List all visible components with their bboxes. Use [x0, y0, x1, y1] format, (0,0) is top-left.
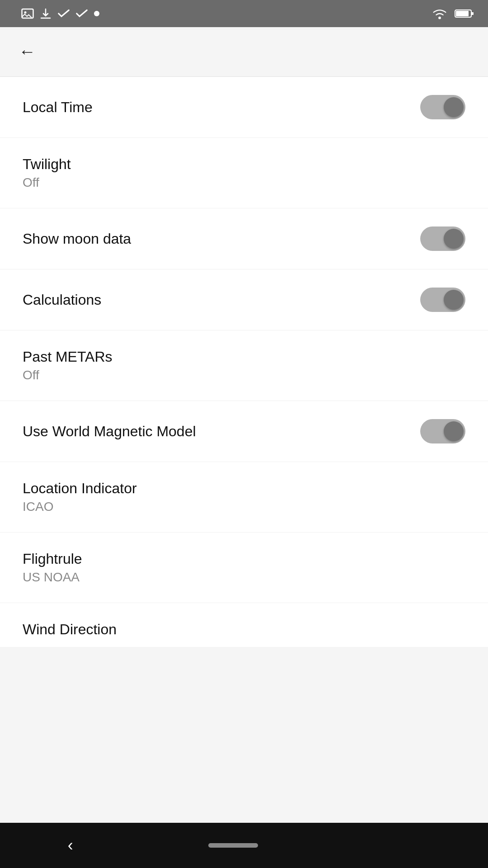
setting-item-past-metars[interactable]: Past METARsOff — [0, 330, 488, 401]
setting-item-wind-direction[interactable]: Wind Direction — [0, 603, 488, 647]
svg-point-1 — [24, 11, 27, 14]
setting-label-twilight: Twilight — [23, 156, 71, 173]
toggle-thumb-show-moon-data — [444, 229, 464, 249]
setting-label-use-world-magnetic-model: Use World Magnetic Model — [23, 423, 196, 440]
check-icon — [57, 7, 70, 20]
battery-icon — [455, 8, 474, 19]
dot-icon — [93, 10, 100, 17]
setting-label-flightrule: Flightrule — [23, 551, 82, 567]
toggle-local-time[interactable] — [420, 95, 465, 119]
setting-text-flightrule: FlightruleUS NOAA — [23, 551, 82, 585]
setting-label-local-time: Local Time — [23, 99, 93, 116]
setting-sublabel-twilight: Off — [23, 175, 71, 190]
back-button[interactable]: ← — [14, 38, 41, 66]
nav-back-button[interactable]: ‹ — [68, 836, 73, 855]
status-icons — [21, 7, 100, 20]
back-arrow-icon: ← — [19, 42, 36, 61]
setting-label-location-indicator: Location Indicator — [23, 480, 137, 497]
nav-home-indicator — [208, 843, 258, 848]
setting-text-location-indicator: Location IndicatorICAO — [23, 480, 137, 514]
download-icon — [39, 7, 52, 20]
toggle-thumb-use-world-magnetic-model — [444, 421, 464, 441]
setting-text-show-moon-data: Show moon data — [23, 231, 131, 247]
setting-item-local-time[interactable]: Local Time — [0, 77, 488, 138]
setting-item-location-indicator[interactable]: Location IndicatorICAO — [0, 462, 488, 533]
bottom-nav: ‹ — [0, 823, 488, 868]
setting-sublabel-past-metars: Off — [23, 368, 113, 382]
svg-point-3 — [438, 17, 441, 19]
setting-item-calculations[interactable]: Calculations — [0, 269, 488, 330]
setting-text-use-world-magnetic-model: Use World Magnetic Model — [23, 423, 196, 440]
svg-rect-5 — [471, 12, 474, 15]
check-icon-2 — [75, 7, 89, 20]
toggle-thumb-calculations — [444, 290, 464, 310]
settings-list: Local TimeTwilightOffShow moon dataCalcu… — [0, 77, 488, 647]
setting-label-past-metars: Past METARs — [23, 349, 113, 365]
toggle-thumb-local-time — [444, 97, 464, 117]
app-bar: ← — [0, 27, 488, 77]
svg-point-2 — [94, 11, 99, 16]
setting-text-past-metars: Past METARsOff — [23, 349, 113, 382]
setting-item-use-world-magnetic-model[interactable]: Use World Magnetic Model — [0, 401, 488, 462]
image-icon — [21, 7, 34, 20]
setting-text-calculations: Calculations — [23, 292, 101, 308]
setting-text-twilight: TwilightOff — [23, 156, 71, 190]
setting-item-flightrule[interactable]: FlightruleUS NOAA — [0, 533, 488, 603]
status-bar-left — [14, 7, 100, 20]
wifi-icon — [431, 7, 448, 20]
setting-text-local-time: Local Time — [23, 99, 93, 116]
setting-sublabel-flightrule: US NOAA — [23, 570, 82, 585]
setting-label-wind-direction: Wind Direction — [23, 621, 117, 638]
setting-item-show-moon-data[interactable]: Show moon data — [0, 208, 488, 269]
toggle-show-moon-data[interactable] — [420, 226, 465, 251]
setting-item-twilight[interactable]: TwilightOff — [0, 138, 488, 208]
svg-rect-0 — [22, 9, 33, 18]
toggle-calculations[interactable] — [420, 288, 465, 312]
toggle-use-world-magnetic-model[interactable] — [420, 419, 465, 443]
setting-label-calculations: Calculations — [23, 292, 101, 308]
svg-rect-6 — [456, 11, 469, 16]
status-bar — [0, 0, 488, 27]
setting-label-show-moon-data: Show moon data — [23, 231, 131, 247]
setting-sublabel-location-indicator: ICAO — [23, 500, 137, 514]
status-bar-right — [431, 7, 474, 20]
